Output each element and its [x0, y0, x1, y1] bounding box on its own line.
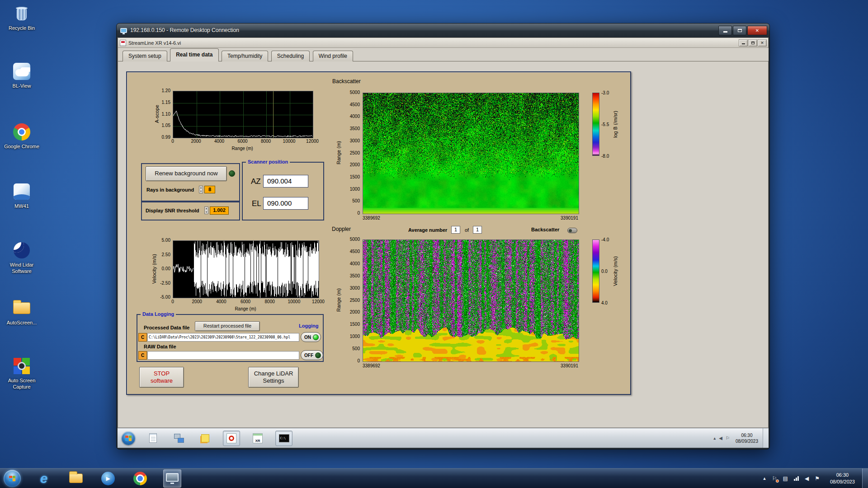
taskbar-icon-chrome[interactable] — [131, 469, 149, 488]
az-value-field[interactable]: 090.004 — [263, 175, 308, 188]
restart-processed-file-button[interactable]: Restart processed file — [195, 321, 260, 331]
snr-group: Display SNR threshold ▲▼ 1.002 — [141, 202, 240, 221]
remote-tray-volume-icon[interactable]: ◀ — [719, 436, 722, 441]
tick-label: -4.0 — [601, 237, 609, 242]
desktop-icon-wind-lidar-software[interactable]: Wind Lidar Software — [2, 240, 42, 275]
taskbar-icon-wmp[interactable]: ▶ — [99, 469, 117, 488]
taskbar-icon-explorer[interactable] — [67, 469, 85, 488]
remote-taskbar-icon-remote-app[interactable] — [170, 431, 188, 446]
desktop-icon-mw41[interactable]: MW41 — [2, 182, 42, 210]
change-lidar-settings-button[interactable]: Change LiDARSettings — [248, 367, 299, 388]
processed-data-file-label: Processed Data file — [144, 325, 190, 330]
tick-label: 4000 — [216, 300, 226, 304]
tray-network-icon[interactable] — [794, 476, 799, 481]
backscatter-toggle-switch[interactable] — [567, 228, 577, 233]
renew-background-button[interactable]: Renew background now — [146, 166, 227, 181]
processed-logging-toggle[interactable]: ON — [301, 332, 321, 342]
desktop-icon-autoscreen-folder[interactable]: AutoScreen... — [2, 298, 42, 326]
minimize-button[interactable] — [718, 26, 732, 35]
remote-tray-expand-icon[interactable]: ▴ — [713, 436, 716, 441]
app-titlebar[interactable]: StreamLine XR v14-6.vi ✕ — [118, 38, 768, 48]
remote-taskbar-icon-sticky-notes[interactable] — [197, 431, 214, 446]
remote-taskbar-icon-notepad[interactable] — [144, 431, 161, 446]
app-maximize-button[interactable] — [748, 39, 757, 47]
tick-label: 1.10 — [162, 112, 170, 117]
sticky-note-icon — [201, 434, 209, 442]
app-close-button[interactable]: ✕ — [758, 39, 767, 47]
desktop-icon-label: AutoScreen... — [2, 320, 42, 326]
tick-label: 500 — [352, 347, 360, 351]
tick-label: 5000 — [350, 237, 360, 242]
tick-label: 1.20 — [162, 89, 170, 93]
snr-spinner[interactable]: ▲▼ — [204, 206, 208, 214]
velocity-xticks: 020004000600080001000012000 — [173, 300, 318, 305]
remote-show-desktop-button[interactable] — [763, 428, 769, 448]
raw-data-file-label: RAW Data file — [144, 344, 176, 349]
tab-scheduling[interactable]: Scheduling — [271, 51, 310, 61]
average-number-value[interactable]: 1 — [451, 226, 460, 234]
logging-off-led — [315, 352, 321, 358]
tab-bar: System setup Real time data Temp/humidit… — [118, 48, 769, 61]
remote-taskbar-icon-streamline[interactable] — [223, 431, 240, 446]
tick-label: 3500 — [350, 127, 360, 131]
tick-label: 2000 — [350, 310, 360, 314]
taskbar-icon-ie[interactable]: e — [35, 469, 53, 488]
start-button[interactable] — [4, 470, 21, 487]
tick-label: 0 — [171, 300, 174, 304]
raw-logging-toggle[interactable]: OFF — [301, 350, 323, 360]
ascope-plot — [173, 91, 313, 138]
remote-taskbar-icon-xr[interactable]: XR — [249, 431, 266, 446]
maximize-button[interactable] — [733, 26, 746, 35]
tray-expand-icon[interactable]: ▴ — [763, 475, 766, 481]
desktop-icon-recycle-bin[interactable]: Recycle Bin — [2, 4, 42, 32]
rdp-titlebar[interactable]: 192.168.0.150 - Remote Desktop Connectio… — [117, 23, 769, 37]
tray-flag-icon[interactable]: ⚑ — [815, 476, 820, 481]
remote-clock[interactable]: 06:30 08/09/2023 — [736, 432, 758, 444]
desktop-icon-google-chrome[interactable]: Google Chrome — [2, 122, 42, 150]
close-button[interactable]: ✕ — [747, 26, 767, 35]
remote-taskbar-icon-terminal[interactable]: C:\ — [275, 431, 292, 446]
processed-path-field[interactable]: C:\LiDAR\Data\Proc\2023\202309\20230908\… — [147, 333, 299, 342]
tab-wind-profile[interactable]: Wind profile — [313, 51, 353, 61]
remote-tray-flag-icon[interactable]: ⚐ — [726, 436, 730, 441]
rays-in-background-label: Rays in background — [146, 187, 194, 192]
rays-spinner[interactable]: ▲▼ — [199, 186, 203, 193]
internet-explorer-icon: e — [40, 472, 48, 485]
of-count-value[interactable]: 1 — [473, 226, 482, 234]
az-label: AZ — [251, 177, 261, 186]
app-window: StreamLine XR v14-6.vi ✕ System setup Re… — [118, 38, 769, 428]
tab-real-time-data[interactable]: Real time data — [170, 48, 218, 61]
ascope-xticks: 020004000600080001000012000 — [173, 139, 312, 145]
raw-path-field[interactable] — [147, 351, 299, 360]
desktop-icon-auto-screen-capture[interactable]: Auto Screen Capture — [2, 356, 42, 390]
backscatter-y-axis-label: Range (m) — [336, 141, 341, 164]
tray-action-center-icon[interactable]: ⚐ — [772, 476, 777, 481]
tab-temp-humidity[interactable]: Temp/humidity — [222, 51, 268, 61]
scanner-position-group: Scanner position AZ 090.004 EL 090.000 — [242, 162, 324, 221]
backscatter-x-end: 3390191 — [561, 216, 578, 221]
tick-label: 2.50 — [162, 253, 170, 257]
app-minimize-button[interactable] — [739, 39, 748, 47]
processed-drive-box[interactable]: C — [138, 333, 147, 342]
tick-label: 2500 — [350, 298, 360, 303]
taskbar-clock[interactable]: 06:30 08/09/2023 — [830, 472, 855, 485]
tray-display-icon[interactable]: ▤ — [783, 476, 788, 481]
desktop-icon-bl-view[interactable]: BL-View — [2, 61, 42, 89]
remote-start-button[interactable] — [122, 432, 135, 445]
show-desktop-button[interactable] — [862, 469, 868, 488]
tick-label: 2000 — [350, 163, 360, 167]
taskbar-icon-rdp[interactable] — [163, 469, 181, 488]
alert-badge — [776, 479, 779, 483]
backscatter-x-start: 3389692 — [363, 216, 380, 221]
snr-threshold-value[interactable]: 1.002 — [210, 206, 229, 215]
tray-volume-icon[interactable]: ◀ — [805, 476, 809, 481]
el-value-field[interactable]: 090.000 — [263, 197, 308, 210]
el-label: EL — [252, 199, 261, 208]
rays-in-background-value[interactable]: 8 — [204, 186, 215, 193]
tab-system-setup[interactable]: System setup — [123, 51, 167, 61]
of-label: of — [465, 227, 469, 233]
backscatter-plot — [363, 93, 579, 214]
raw-drive-box[interactable]: C — [138, 351, 147, 360]
chrome-icon — [133, 472, 147, 485]
stop-software-button[interactable]: STOPsoftware — [139, 367, 184, 388]
